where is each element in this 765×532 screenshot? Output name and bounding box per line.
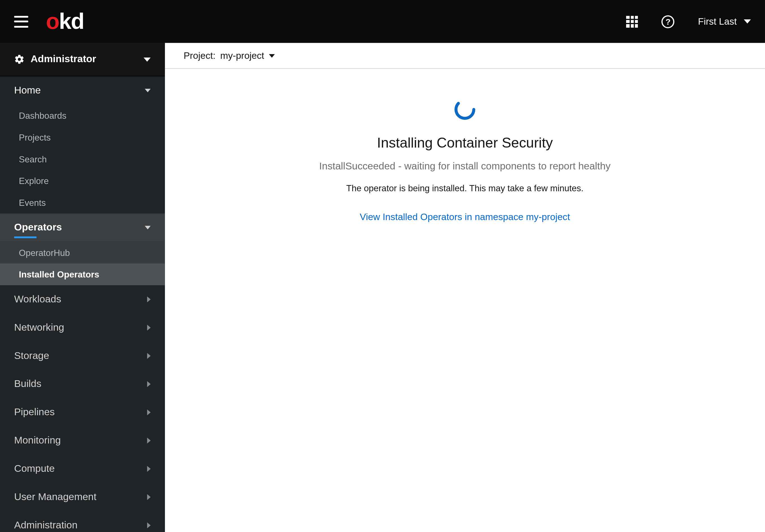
hamburger-icon[interactable] <box>14 16 28 27</box>
svg-point-0 <box>456 101 474 119</box>
user-menu[interactable]: First Last <box>698 16 751 27</box>
nav-section-label: Administration <box>14 520 77 531</box>
help-icon[interactable]: ? <box>662 15 675 28</box>
chevron-down-icon <box>145 226 151 230</box>
nav-section-operators[interactable]: Operators <box>0 214 165 242</box>
nav-item-search[interactable]: Search <box>0 148 165 170</box>
nav-section-storage[interactable]: Storage <box>0 342 165 370</box>
masthead-right: ? First Last <box>626 15 751 28</box>
nav-section-builds[interactable]: Builds <box>0 370 165 398</box>
spinner-icon <box>452 97 477 122</box>
caret-down-icon <box>144 57 151 62</box>
nav-section-label: Storage <box>14 350 49 362</box>
install-status-panel: Installing Container Security InstallSuc… <box>165 69 765 532</box>
nav-section-user-management[interactable]: User Management <box>0 483 165 511</box>
project-bar: Project: my-project <box>165 43 765 69</box>
perspective-label: Administrator <box>31 54 96 65</box>
main-content: Project: my-project Installing Container… <box>165 43 765 532</box>
project-name: my-project <box>220 50 264 61</box>
nav-item-dashboards[interactable]: Dashboards <box>0 105 165 127</box>
nav-section-administration[interactable]: Administration <box>0 511 165 532</box>
nav-section-workloads[interactable]: Workloads <box>0 285 165 313</box>
chevron-right-icon <box>147 494 151 500</box>
chevron-right-icon <box>147 410 151 415</box>
okd-logo[interactable]: okd <box>46 9 84 34</box>
nav-item-operatorhub[interactable]: OperatorHub <box>0 242 165 264</box>
nav-section-networking[interactable]: Networking <box>0 313 165 342</box>
nav-item-explore[interactable]: Explore <box>0 170 165 192</box>
install-title: Installing Container Security <box>377 135 553 151</box>
nav-section-label: Networking <box>14 322 64 334</box>
caret-down-icon <box>744 19 751 24</box>
nav-section-label: User Management <box>14 491 96 503</box>
help-glyph: ? <box>666 17 671 26</box>
chevron-right-icon <box>147 381 151 387</box>
user-name: First Last <box>698 16 737 27</box>
nav-section-pipelines[interactable]: Pipelines <box>0 398 165 427</box>
chevron-right-icon <box>147 522 151 528</box>
chevron-down-icon <box>145 89 151 92</box>
view-installed-operators-link[interactable]: View Installed Operators in namespace my… <box>360 212 570 223</box>
project-label: Project: <box>184 50 216 61</box>
perspective-switcher[interactable]: Administrator <box>0 43 165 76</box>
apps-launcher-icon[interactable] <box>626 16 638 27</box>
nav-item-events[interactable]: Events <box>0 192 165 214</box>
nav-section-label: Operators <box>14 222 62 234</box>
nav-section-label: Monitoring <box>14 435 61 447</box>
nav-item-projects[interactable]: Projects <box>0 127 165 148</box>
install-message: The operator is being installed. This ma… <box>346 183 583 193</box>
nav-section-label: Pipelines <box>14 406 55 418</box>
sidebar: Administrator Home Dashboards Projects S… <box>0 43 165 532</box>
nav-section-label: Compute <box>14 463 55 475</box>
chevron-right-icon <box>147 353 151 359</box>
nav-section-home[interactable]: Home <box>0 76 165 105</box>
nav-item-installed-operators[interactable]: Installed Operators <box>0 264 165 285</box>
chevron-right-icon <box>147 438 151 444</box>
chevron-right-icon <box>147 466 151 472</box>
gear-icon <box>14 54 25 65</box>
chevron-down-icon <box>269 54 275 57</box>
logo-letter-o: o <box>46 9 59 34</box>
masthead-left: okd <box>14 9 84 34</box>
nav-section-monitoring[interactable]: Monitoring <box>0 427 165 455</box>
nav-section-label: Workloads <box>14 294 61 305</box>
chevron-right-icon <box>147 296 151 302</box>
project-selector[interactable]: my-project <box>220 50 275 61</box>
logo-letter-kd: kd <box>59 9 84 34</box>
chevron-right-icon <box>147 325 151 331</box>
nav-section-label: Builds <box>14 378 41 390</box>
nav-section-compute[interactable]: Compute <box>0 455 165 483</box>
nav-section-label: Home <box>14 85 41 97</box>
masthead: okd ? First Last <box>0 0 765 43</box>
install-status: InstallSucceeded - waiting for install c… <box>319 161 611 173</box>
